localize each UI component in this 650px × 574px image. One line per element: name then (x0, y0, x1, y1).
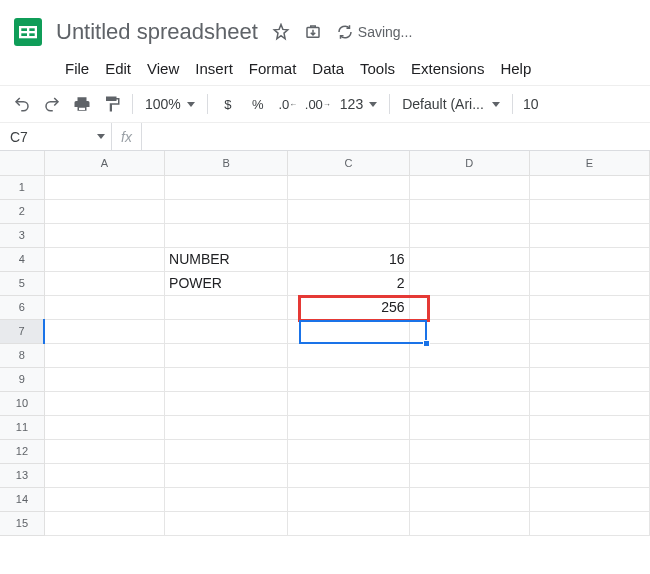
cell-B6[interactable] (165, 295, 288, 319)
row-header-12[interactable]: 12 (0, 439, 44, 463)
format-percent[interactable]: % (244, 90, 272, 118)
cell-C15[interactable] (288, 511, 409, 535)
cell-B7[interactable] (165, 319, 288, 343)
cell-A12[interactable] (44, 439, 164, 463)
increase-decimal[interactable]: .00→ (304, 90, 332, 118)
move-icon[interactable] (304, 23, 322, 41)
menu-edit[interactable]: Edit (98, 58, 138, 79)
row-header-5[interactable]: 5 (0, 271, 44, 295)
row-header-14[interactable]: 14 (0, 487, 44, 511)
cell-A8[interactable] (44, 343, 164, 367)
col-header-D[interactable]: D (409, 151, 529, 175)
zoom-select[interactable]: 100% (139, 96, 201, 112)
row-header-15[interactable]: 15 (0, 511, 44, 535)
cell-D11[interactable] (409, 415, 529, 439)
cell-A7[interactable] (44, 319, 164, 343)
font-size[interactable]: 10 (519, 94, 543, 114)
row-header-4[interactable]: 4 (0, 247, 44, 271)
paint-format-icon[interactable] (98, 90, 126, 118)
cell-A3[interactable] (44, 223, 164, 247)
menu-help[interactable]: Help (493, 58, 538, 79)
cell-E15[interactable] (529, 511, 649, 535)
cell-D6[interactable] (409, 295, 529, 319)
font-select[interactable]: Default (Ari... (396, 96, 506, 112)
cell-E9[interactable] (529, 367, 649, 391)
col-header-B[interactable]: B (165, 151, 288, 175)
cell-D9[interactable] (409, 367, 529, 391)
cell-A11[interactable] (44, 415, 164, 439)
name-box[interactable]: C7 (0, 123, 112, 150)
cell-A15[interactable] (44, 511, 164, 535)
cell-E10[interactable] (529, 391, 649, 415)
menu-tools[interactable]: Tools (353, 58, 402, 79)
cell-A6[interactable] (44, 295, 164, 319)
col-header-A[interactable]: A (44, 151, 164, 175)
cell-E3[interactable] (529, 223, 649, 247)
col-header-E[interactable]: E (529, 151, 649, 175)
row-header-1[interactable]: 1 (0, 175, 44, 199)
cell-B4[interactable]: NUMBER (165, 247, 288, 271)
cell-D14[interactable] (409, 487, 529, 511)
print-icon[interactable] (68, 90, 96, 118)
cell-C4[interactable]: 16 (288, 247, 409, 271)
cell-C13[interactable] (288, 463, 409, 487)
cell-D4[interactable] (409, 247, 529, 271)
cell-D10[interactable] (409, 391, 529, 415)
select-all-corner[interactable] (0, 151, 44, 175)
cell-B3[interactable] (165, 223, 288, 247)
number-format[interactable]: 123 (334, 96, 383, 112)
row-header-11[interactable]: 11 (0, 415, 44, 439)
cell-A13[interactable] (44, 463, 164, 487)
cell-E4[interactable] (529, 247, 649, 271)
cell-D5[interactable] (409, 271, 529, 295)
cell-E7[interactable] (529, 319, 649, 343)
cell-E5[interactable] (529, 271, 649, 295)
row-header-7[interactable]: 7 (0, 319, 44, 343)
cell-B11[interactable] (165, 415, 288, 439)
row-header-13[interactable]: 13 (0, 463, 44, 487)
cell-D13[interactable] (409, 463, 529, 487)
cell-E6[interactable] (529, 295, 649, 319)
cell-A4[interactable] (44, 247, 164, 271)
cell-B12[interactable] (165, 439, 288, 463)
row-header-6[interactable]: 6 (0, 295, 44, 319)
cell-C3[interactable] (288, 223, 409, 247)
cell-E2[interactable] (529, 199, 649, 223)
row-header-8[interactable]: 8 (0, 343, 44, 367)
cell-A2[interactable] (44, 199, 164, 223)
cell-C9[interactable] (288, 367, 409, 391)
cell-C6[interactable]: 256 (288, 295, 409, 319)
row-header-10[interactable]: 10 (0, 391, 44, 415)
cell-C7[interactable] (288, 319, 409, 343)
cell-B1[interactable] (165, 175, 288, 199)
menu-file[interactable]: File (58, 58, 96, 79)
star-icon[interactable] (272, 23, 290, 41)
cell-B13[interactable] (165, 463, 288, 487)
menu-view[interactable]: View (140, 58, 186, 79)
cell-A14[interactable] (44, 487, 164, 511)
cell-A10[interactable] (44, 391, 164, 415)
cell-D15[interactable] (409, 511, 529, 535)
cell-D3[interactable] (409, 223, 529, 247)
col-header-C[interactable]: C (288, 151, 409, 175)
cell-E1[interactable] (529, 175, 649, 199)
format-currency[interactable]: $ (214, 90, 242, 118)
redo-icon[interactable] (38, 90, 66, 118)
cell-C1[interactable] (288, 175, 409, 199)
cell-A9[interactable] (44, 367, 164, 391)
spreadsheet-grid[interactable]: ABCDE1234NUMBER165POWER26256789101112131… (0, 151, 650, 536)
cell-B2[interactable] (165, 199, 288, 223)
doc-title[interactable]: Untitled spreadsheet (56, 19, 258, 45)
cell-A5[interactable] (44, 271, 164, 295)
cell-C10[interactable] (288, 391, 409, 415)
cell-B5[interactable]: POWER (165, 271, 288, 295)
row-header-3[interactable]: 3 (0, 223, 44, 247)
cell-C5[interactable]: 2 (288, 271, 409, 295)
cell-C8[interactable] (288, 343, 409, 367)
cell-C12[interactable] (288, 439, 409, 463)
formula-bar[interactable] (142, 123, 650, 150)
row-header-9[interactable]: 9 (0, 367, 44, 391)
cell-E11[interactable] (529, 415, 649, 439)
cell-E13[interactable] (529, 463, 649, 487)
cell-E12[interactable] (529, 439, 649, 463)
